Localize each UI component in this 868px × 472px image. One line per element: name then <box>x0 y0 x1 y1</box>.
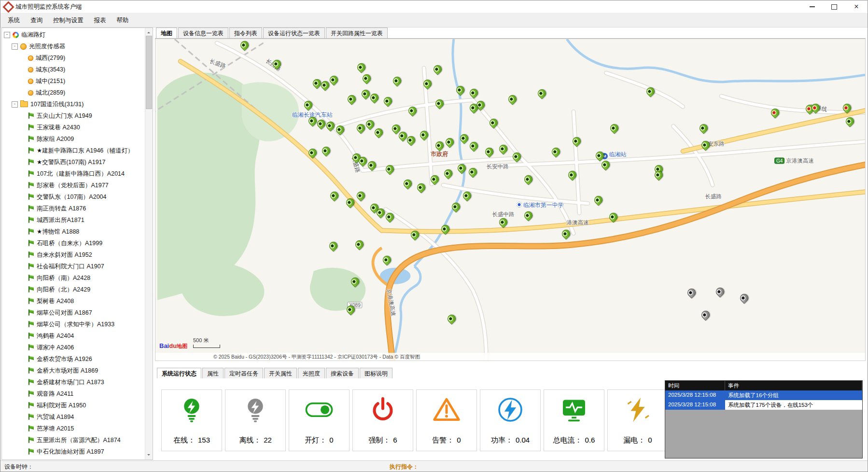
tree-expander-icon[interactable]: - <box>12 101 18 108</box>
device-pin-icon[interactable] <box>320 145 332 157</box>
tree-item[interactable]: 向阳桥（北）A2429 <box>2 284 145 295</box>
device-pin-icon[interactable] <box>355 123 366 134</box>
tree-item[interactable]: 烟草公司（求知中学）A1933 <box>2 319 145 330</box>
device-pin-icon[interactable] <box>841 102 853 113</box>
tree-item[interactable]: 芭茅塘 A2015 <box>2 423 145 434</box>
device-pin-icon[interactable] <box>600 159 611 171</box>
device-pin-icon[interactable] <box>714 286 726 298</box>
event-col-event[interactable]: 事件 <box>725 381 862 390</box>
device-pin-icon[interactable] <box>593 194 604 206</box>
device-pin-icon[interactable] <box>608 123 620 134</box>
device-pin-icon[interactable] <box>444 136 455 148</box>
device-pin-icon[interactable] <box>560 228 572 239</box>
device-pin-icon[interactable] <box>335 124 346 136</box>
device-pin-icon[interactable] <box>384 211 396 222</box>
device-pin-icon[interactable] <box>522 174 534 185</box>
tree-item[interactable]: 自来水斜对面 A1952 <box>2 249 145 261</box>
maximize-button[interactable] <box>823 0 845 13</box>
tree-item[interactable]: 城东(3543) <box>2 64 145 75</box>
tab[interactable]: 指令列表 <box>229 28 262 38</box>
tree-item[interactable]: 五里派出所（富源汽配）A1874 <box>2 434 145 446</box>
tree-item[interactable]: 交警队东（107南）A2004 <box>2 191 145 203</box>
tab[interactable]: 图标说明 <box>360 368 392 378</box>
device-pin-icon[interactable] <box>434 97 445 109</box>
tree-item[interactable]: 107北（建新中路路口西）A2014 <box>2 168 145 180</box>
device-pin-icon[interactable] <box>238 39 250 51</box>
tab[interactable]: 开关属性 <box>264 368 297 378</box>
device-pin-icon[interactable] <box>698 123 709 134</box>
device-pin-icon[interactable] <box>536 87 547 99</box>
device-pin-icon[interactable] <box>738 292 750 304</box>
menu-item[interactable]: 控制与设置 <box>48 14 89 27</box>
device-pin-icon[interactable] <box>382 96 393 107</box>
device-pin-icon[interactable] <box>402 178 413 190</box>
tree-item[interactable]: 陈家组 A2009 <box>2 133 145 145</box>
tree-item[interactable]: 王家珑巷 A2430 <box>2 122 145 133</box>
device-pin-icon[interactable] <box>522 209 534 221</box>
tree-item[interactable]: 南正街转盘 A1876 <box>2 203 145 214</box>
device-pin-icon[interactable] <box>329 190 340 201</box>
tree-item[interactable]: 金桥农贸市场 A1926 <box>2 353 145 365</box>
tree-item[interactable]: ★博物馆 A1888 <box>2 226 145 237</box>
tree-item[interactable]: 城西(2799) <box>2 52 145 64</box>
device-pin-icon[interactable] <box>456 162 467 174</box>
scroll-up-icon[interactable] <box>145 28 153 35</box>
menu-item[interactable]: 系统 <box>2 14 25 27</box>
device-pin-icon[interactable] <box>450 201 462 213</box>
device-pin-icon[interactable] <box>415 182 427 194</box>
tree-expander-icon[interactable]: - <box>12 43 18 50</box>
tree-item[interactable]: 向阳桥（南）A2428 <box>2 272 145 284</box>
menu-item[interactable]: 报表 <box>89 14 112 27</box>
device-pin-icon[interactable] <box>483 146 495 158</box>
device-pin-icon[interactable] <box>468 140 479 152</box>
device-pin-icon[interactable] <box>686 287 697 299</box>
device-pin-icon[interactable] <box>429 174 440 185</box>
tree-scrollbar[interactable] <box>145 28 153 459</box>
device-pin-icon[interactable] <box>594 150 606 162</box>
device-pin-icon[interactable] <box>307 115 318 127</box>
tree-item[interactable]: 汽贸城 A1894 <box>2 411 145 423</box>
device-pin-icon[interactable] <box>368 92 380 103</box>
device-pin-icon[interactable] <box>409 229 420 240</box>
tree-item[interactable]: 鸿鹤巷 A2404 <box>2 330 145 342</box>
device-pin-icon[interactable] <box>434 140 445 152</box>
tree-item[interactable]: 五尖山大门东 A1949 <box>2 110 145 122</box>
device-pin-icon[interactable] <box>446 313 457 325</box>
tab[interactable]: 光照度 <box>298 368 325 378</box>
device-pin-icon[interactable] <box>700 139 712 151</box>
device-pin-icon[interactable] <box>307 147 318 158</box>
scrollbar-thumb[interactable] <box>146 36 152 109</box>
event-row[interactable]: 2025/3/28 12:15:08系统加载了16个分组 <box>665 390 862 400</box>
device-pin-icon[interactable] <box>350 276 361 288</box>
device-pin-icon[interactable] <box>418 129 430 141</box>
map-canvas[interactable]: 长白路长盛路临湘长途汽车站市政府长盛路长安中路M临湘站长安东路G4京港澳高速临湘… <box>155 39 866 361</box>
device-pin-icon[interactable] <box>345 304 357 315</box>
device-pin-icon[interactable] <box>324 120 336 132</box>
tab[interactable]: 地图 <box>156 28 177 38</box>
device-pin-icon[interactable] <box>454 84 466 96</box>
device-pin-icon[interactable] <box>344 196 356 208</box>
tab[interactable]: 设备运行状态一览表 <box>263 28 325 38</box>
tab[interactable]: 开关回路属性一览表 <box>326 28 388 38</box>
event-row[interactable]: 2025/3/28 12:15:08系统加载了175个设备，在线153个 <box>665 400 862 410</box>
tree-item[interactable]: 谭家冲 A2406 <box>2 342 145 353</box>
device-pin-icon[interactable] <box>644 86 656 97</box>
tree-item[interactable]: 金桥大市场对面 A1869 <box>2 365 145 376</box>
tree-item[interactable]: 城北(2859) <box>2 87 145 98</box>
device-pin-icon[interactable] <box>271 58 283 69</box>
minimize-button[interactable] <box>801 0 823 13</box>
device-pin-icon[interactable] <box>608 211 619 222</box>
device-pin-icon[interactable] <box>439 223 451 235</box>
scroll-down-icon[interactable] <box>145 452 153 459</box>
tree-item[interactable]: 金桥建材市场门口 A1873 <box>2 376 145 388</box>
close-button[interactable]: × <box>845 0 868 13</box>
device-pin-icon[interactable] <box>550 146 562 157</box>
device-pin-icon[interactable] <box>421 78 433 90</box>
device-pin-icon[interactable] <box>366 160 378 171</box>
device-pin-icon[interactable] <box>327 240 339 251</box>
device-pin-icon[interactable] <box>407 105 419 116</box>
device-pin-icon[interactable] <box>488 117 499 128</box>
tree-item[interactable]: 烟草公司对面 A1867 <box>2 307 145 319</box>
tab[interactable]: 设备信息一览表 <box>178 28 228 38</box>
tree-item[interactable]: 城西派出所A1871 <box>2 214 145 226</box>
